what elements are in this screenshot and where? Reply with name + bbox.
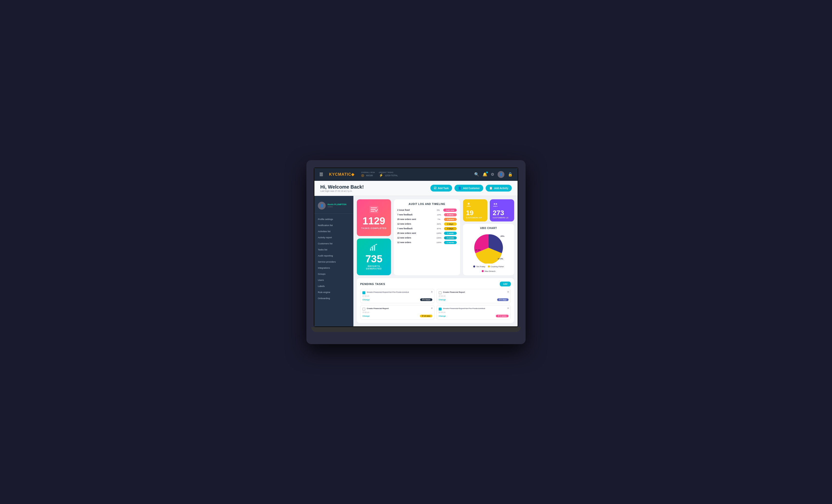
reports-icon <box>369 244 378 253</box>
audit-row: 25 new orders sent 7% 3 hours <box>397 217 457 222</box>
task-date: 27.02.19 <box>439 295 509 297</box>
customers-np-number: 19 <box>466 209 473 216</box>
task-close-icon[interactable]: ✕ <box>507 307 509 310</box>
add-activity-button[interactable]: 📋 Add Activity <box>486 185 512 192</box>
task-change-link[interactable]: Change <box>439 315 446 317</box>
search-icon[interactable]: 🔍 <box>474 172 479 177</box>
ubo-chart-card: UBO CHART <box>463 224 514 275</box>
bell-icon[interactable]: 🔔 <box>483 172 487 177</box>
avatar[interactable]: 👤 <box>498 171 504 178</box>
sidebar-item-customers[interactable]: Customers list <box>314 241 354 247</box>
sidebar-item-tasks[interactable]: Tasks list <box>314 247 354 253</box>
tasks-icon <box>369 206 378 215</box>
audit-row: 2 issue fixed 0% Just now <box>397 208 457 213</box>
sidebar-user: 👤 Kevin PLUMPTON online <box>314 200 354 214</box>
reports-number: 735 <box>365 254 382 264</box>
gear-icon[interactable]: ⚙ <box>491 172 494 177</box>
sidebar-item-notification[interactable]: Notification list <box>314 222 354 228</box>
task-card: ✕ Create Financial Report 27.02.19 Chang… <box>360 305 435 319</box>
svg-point-8 <box>468 203 470 205</box>
customers-le-number: 273 <box>493 209 504 216</box>
audit-row: 12 new orders 100% 1 monts <box>397 240 457 245</box>
customers-le-icon <box>493 202 498 208</box>
task-close-icon[interactable]: ✕ <box>431 290 433 293</box>
audit-rows: 2 issue fixed 0% Just now 7 new feedback… <box>397 208 457 245</box>
task-duration: ⏱ 5 days <box>497 298 509 301</box>
sidebar-item-groups[interactable]: Groups <box>314 271 354 277</box>
activity-icon: 📋 <box>489 187 493 190</box>
metric-cards-row: 19 CUSTOMERS NP <box>463 199 514 221</box>
task-duration: ⏱ 15 mins <box>420 315 432 317</box>
svg-rect-5 <box>372 247 373 251</box>
overall-risk-stat: OVERALL RISK ◎ 60/100 <box>361 172 375 177</box>
header-bar: Hi, Welcome Back! Last login was 27.02.1… <box>314 181 518 196</box>
pie-chart: 37.5% 25% 37.5% <box>473 232 504 263</box>
add-task-button[interactable]: ☑ Add Task <box>431 185 452 192</box>
audit-row: 12 new orders 100% 3 weeks <box>397 235 457 240</box>
task-title: Create Financial Report <box>443 291 465 293</box>
pie-legend: Tim Fraley Coutney Fisher Max Dimech <box>466 265 511 272</box>
sidebar-user-info: Kevin PLUMPTON online <box>328 203 346 208</box>
last-login: Last login was 27.02.19 at 2 p.m. <box>320 190 364 192</box>
sidebar-item-rule-engine[interactable]: Rule engine <box>314 289 354 295</box>
task-checkbox[interactable] <box>439 308 442 310</box>
legend-dot-coutney <box>488 265 490 268</box>
ubo-chart-title: UBO CHART <box>466 227 511 229</box>
sidebar-avatar: 👤 <box>318 202 326 209</box>
tasks-number: 1129 <box>362 216 385 226</box>
logo: KYCMATIC◆ <box>329 172 355 177</box>
menu-icon[interactable]: ☰ <box>319 172 323 177</box>
risk-icon: ◎ <box>361 173 364 177</box>
sidebar-item-service[interactable]: Service providers <box>314 259 354 265</box>
urgent-icon: ⚡ <box>379 173 383 177</box>
sidebar-item-onboarding[interactable]: Onboarding <box>314 295 354 301</box>
task-close-icon[interactable]: ✕ <box>431 307 433 310</box>
task-checkbox[interactable] <box>362 291 365 294</box>
customers-np-icon <box>466 202 471 208</box>
task-card: ✕ Create Financial Report 27.02.19 Chang… <box>437 289 511 303</box>
task-checkbox[interactable] <box>439 291 442 294</box>
sidebar: 👤 Kevin PLUMPTON online Profile settings… <box>314 196 354 326</box>
right-cards: 19 CUSTOMERS NP <box>463 199 514 275</box>
reports-generated-card: 735 REPORTS GENERATED <box>357 239 391 275</box>
audit-row: 12 new orders 64% 2 days <box>397 222 457 226</box>
add-task-btn[interactable]: Add <box>500 282 511 286</box>
task-title: Create Financial Report for Pro Posta Li… <box>367 291 409 293</box>
audit-row: 25 new orders sent 100% 1 week <box>397 231 457 235</box>
audit-log: AUDIT LOG AND TIMELINE 2 issue fixed 0% … <box>394 199 460 275</box>
header-buttons: ☑ Add Task 👤 Add Customer 📋 Add Activity <box>431 185 512 192</box>
tasks-completed-card: 1129 TASKS COMPLETED <box>357 199 391 236</box>
task-change-link[interactable]: Change <box>362 315 369 317</box>
task-close-icon[interactable]: ✕ <box>507 290 509 293</box>
urgent-tasks-stat: URGENT TASKS ⚡ 12/19 TOTAL <box>379 172 398 177</box>
sidebar-item-audit[interactable]: Audit reporting <box>314 253 354 259</box>
pending-tasks: PENDING TASKS Add ✕ Create Financial Rep… <box>357 278 514 323</box>
legend-dot-max <box>482 270 484 272</box>
lock-icon[interactable]: 🔒 <box>508 172 513 177</box>
customers-le-card: 273 CUSTOMERS LE <box>490 199 514 221</box>
sidebar-item-integrations[interactable]: Integrations <box>314 265 354 271</box>
bottom-row: PENDING TASKS Add ✕ Create Financial Rep… <box>357 278 514 323</box>
header-welcome: Hi, Welcome Back! Last login was 27.02.1… <box>320 184 364 192</box>
reports-label: REPORTS GENERATED <box>361 265 387 270</box>
sidebar-item-activity-report[interactable]: Activity report <box>314 234 354 241</box>
customer-icon: 👤 <box>458 187 462 190</box>
task-date: 27.02.19 <box>439 311 509 313</box>
legend-tim: Tim Fraley <box>473 265 485 268</box>
sidebar-item-activities[interactable]: Activities list <box>314 228 354 234</box>
top-nav: ☰ KYCMATIC◆ OVERALL RISK ◎ 60/100 URGENT… <box>314 168 518 181</box>
task-date: 27.02.19 <box>362 295 432 297</box>
audit-log-title: AUDIT LOG AND TIMELINE <box>397 203 457 205</box>
laptop-frame: ☰ KYCMATIC◆ OVERALL RISK ◎ 60/100 URGENT… <box>306 160 526 344</box>
audit-row: 7 new feedback 13% 5 mins <box>397 213 457 217</box>
sidebar-item-profile[interactable]: Profile settings <box>314 216 354 222</box>
sidebar-item-users[interactable]: Users <box>314 277 354 283</box>
task-change-link[interactable]: Change <box>439 299 446 301</box>
sidebar-item-labels[interactable]: Labels <box>314 283 354 289</box>
pending-title: PENDING TASKS <box>360 283 385 285</box>
task-change-link[interactable]: Change <box>362 299 369 301</box>
task-card: ✕ Create Financial Report for Pro Posta … <box>360 289 435 303</box>
svg-rect-4 <box>370 249 371 251</box>
task-checkbox[interactable] <box>362 308 365 310</box>
add-customer-button[interactable]: 👤 Add Customer <box>454 185 483 192</box>
